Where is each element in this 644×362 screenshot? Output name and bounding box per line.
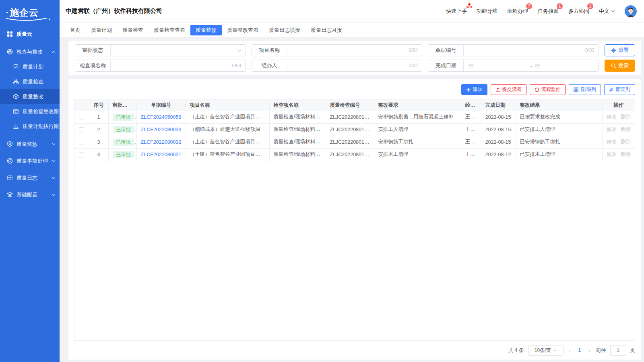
date-end-input[interactable] — [535, 63, 594, 68]
topnav-process-handle[interactable]: 7 流程办理 — [507, 8, 528, 15]
filter-field-doc-no: 单据编号 0/32 — [428, 44, 599, 56]
filter-panel: 审批状态 项目名称 0/64 单据编号 — [68, 41, 641, 75]
sidebar-group-quality-accident[interactable]: 质量事故处理 — [0, 153, 60, 168]
topnav-task-assign[interactable]: 1 任务指派 — [538, 8, 559, 15]
edit-link[interactable]: 修改 — [607, 126, 617, 132]
row-checkbox[interactable] — [79, 115, 84, 120]
tab-quality-rectify[interactable]: 质量整改 — [190, 25, 222, 35]
calendar-icon — [469, 63, 474, 68]
show-hide-columns-button[interactable]: 显/隐列 — [569, 84, 601, 95]
row-checkbox[interactable] — [79, 127, 84, 132]
sidebar-group-quality-rewards[interactable]: 质量奖惩 — [0, 137, 60, 151]
sidebar-item-check-rectify-tracking[interactable]: 质量检查整改跟踪 — [0, 104, 60, 119]
cell-check-item: 质量检查/现场材料、设备... — [269, 148, 326, 161]
delete-link[interactable]: 删除 — [621, 151, 631, 157]
topnav-func-nav[interactable]: 功能导航 — [477, 8, 497, 15]
date-start-input[interactable] — [469, 63, 528, 68]
sidebar-item-quality-plan[interactable]: 质量计划 — [0, 59, 60, 74]
topnav-quick-start[interactable]: HOT 快速上手 — [446, 8, 467, 15]
filter-field-operator: 经办人 0/32 — [252, 60, 423, 72]
main-area: 中建君联（广州）软件科技有限公司 HOT 快速上手 功能导航 7 流程办理 — [60, 0, 644, 362]
data-table: 序号 审批状态 单据编号 项目名称 检查项名称 质量检查编号 整改要求 经办人 … — [74, 99, 635, 341]
doc-no-link[interactable]: ZLCF2024050058 — [141, 114, 182, 120]
submit-flow-button[interactable]: 提交流程 — [491, 84, 526, 95]
tab-quality-check-view[interactable]: 质量检查查看 — [149, 25, 190, 35]
app-logo[interactable]: 施企云 — [0, 0, 60, 25]
hot-badge: HOT — [466, 2, 473, 8]
sitemap-icon — [13, 79, 19, 85]
sidebar-item-quality-cloud[interactable]: 质量云 — [0, 27, 60, 41]
tab-quality-journal-fill[interactable]: 质量日志填报 — [264, 25, 305, 35]
sidebar-item-quality-check[interactable]: 质量检查 — [0, 74, 60, 89]
sidebar-group-label: 质量奖惩 — [17, 141, 37, 148]
pagination: 共 4 条 10条/页 ‹ 1 › 前往 页 — [74, 345, 635, 356]
sidebar-group-base-config[interactable]: 基础配置 — [0, 187, 60, 202]
edit-link[interactable]: 修改 — [607, 114, 617, 120]
delete-link[interactable]: 删除 — [621, 114, 631, 120]
topnav-multi-collab[interactable]: 1 多方协同 — [568, 8, 589, 15]
edit-link[interactable]: 修改 — [607, 139, 617, 145]
doc-no-link[interactable]: ZLCF2022080033 — [141, 127, 182, 132]
filter-field-finish-date: 完成日期 - — [428, 60, 599, 72]
tab-bar: 首页 质量计划 质量检查 质量检查查看 质量整改 质量整改查看 质量日志填报 质… — [60, 23, 644, 38]
total-count: 共 4 条 — [508, 347, 524, 354]
doc-no-link[interactable]: ZLCF2022080032 — [141, 139, 182, 145]
table-panel: 添加 提交流程 流程监控 显/隐列 — [68, 79, 641, 360]
current-page[interactable]: 1 — [577, 348, 583, 353]
sidebar-item-label: 质量检查 — [23, 78, 43, 85]
bar-chart-icon — [13, 123, 19, 129]
approval-status-select[interactable] — [111, 45, 246, 56]
sidebar: 施企云 质量云 检查与整改 — [0, 0, 60, 362]
char-counter: 0/64 — [409, 48, 418, 53]
clipboard-icon — [13, 64, 19, 70]
plus-icon — [466, 87, 471, 92]
row-checkbox[interactable] — [79, 152, 84, 157]
logo-text: 施企云 — [6, 7, 39, 18]
sidebar-group-inspect-rectify[interactable]: 检查与整改 — [0, 44, 60, 59]
project-name-input[interactable]: 0/64 — [287, 45, 422, 56]
reset-button[interactable]: 重置 — [605, 44, 635, 56]
header-checkbox-cell — [74, 100, 89, 111]
col-result: 整改结果 — [516, 100, 602, 111]
tab-quality-journal-monthly[interactable]: 质量日志月报 — [305, 25, 347, 35]
sidebar-group-label: 质量日志 — [17, 174, 37, 182]
tab-quality-check[interactable]: 质量检查 — [117, 25, 149, 35]
target-icon — [7, 158, 13, 164]
table-row: 2 已审批 ZLCF2022080033 （精细成本）雄楚大道4#楼项目 质量检… — [74, 123, 635, 136]
flow-monitor-button[interactable]: 流程监控 — [530, 84, 566, 95]
doc-no-link[interactable]: ZLCF2022080031 — [141, 152, 182, 157]
add-button[interactable]: 添加 — [461, 84, 487, 95]
cell-requirement: 安排木工清理 — [374, 148, 461, 161]
monitor-icon — [535, 87, 539, 92]
operator-input[interactable]: 0/32 — [287, 60, 422, 71]
app-root: 施企云 质量云 检查与整改 — [0, 0, 644, 362]
cell-finish-date: 2022-08-12 — [481, 148, 516, 161]
prev-page-button[interactable]: ‹ — [568, 347, 573, 354]
tab-quality-rectify-view[interactable]: 质量整改查看 — [222, 25, 264, 35]
field-label: 经办人 — [252, 60, 287, 71]
tab-home[interactable]: 首页 — [65, 25, 86, 35]
search-button[interactable]: 搜索 — [605, 60, 635, 72]
col-project-name: 项目名称 — [186, 100, 269, 111]
page-size-select[interactable]: 10条/页 — [528, 345, 564, 356]
goto-page-input[interactable] — [610, 345, 626, 356]
doc-no-input[interactable]: 0/32 — [464, 45, 599, 56]
check-item-input[interactable]: 0/64 — [111, 60, 246, 71]
sidebar-item-plan-exec-tracking[interactable]: 质量计划执行跟踪 — [0, 119, 60, 134]
chevron-up-icon — [52, 51, 56, 53]
sidebar-item-quality-rectify[interactable]: 质量整改 — [0, 89, 60, 104]
edit-link[interactable]: 修改 — [607, 151, 617, 157]
sidebar-group-quality-journal[interactable]: 质量日志 — [0, 170, 60, 185]
fixed-columns-button[interactable]: 固定列 — [604, 84, 635, 95]
delete-link[interactable]: 删除 — [621, 139, 631, 145]
delete-link[interactable]: 删除 — [621, 126, 631, 132]
user-avatar[interactable] — [625, 5, 637, 17]
next-page-button[interactable]: › — [587, 347, 592, 354]
tab-quality-plan[interactable]: 质量计划 — [86, 25, 117, 35]
cell-requirement: 安排钢筋剔凿，用细石混凝土修补 — [374, 111, 461, 123]
paperclip-icon — [609, 87, 614, 92]
row-checkbox[interactable] — [79, 140, 84, 145]
field-label: 项目名称 — [252, 45, 287, 56]
language-switcher[interactable]: 中文 — [599, 8, 615, 15]
cell-check-item: 质量检查/现场材料、设备... — [269, 136, 326, 148]
